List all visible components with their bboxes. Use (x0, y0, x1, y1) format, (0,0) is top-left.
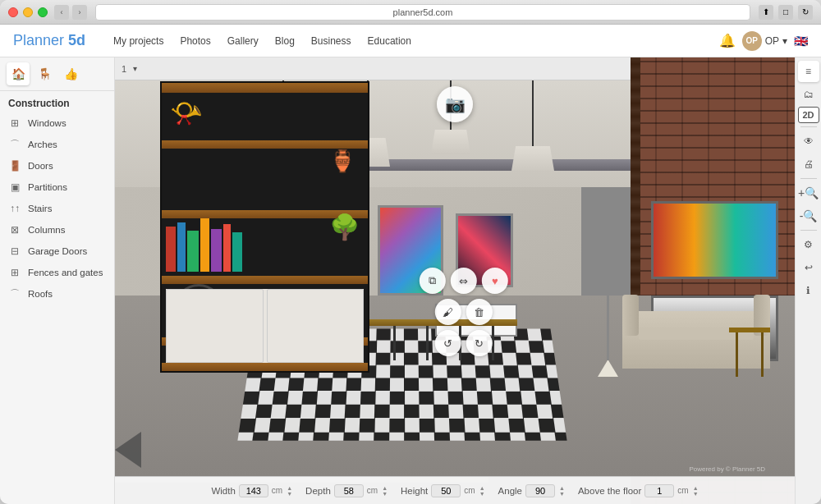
settings-button[interactable]: ⚙ (798, 234, 819, 255)
cabinet-door-1 (166, 289, 264, 363)
nav-education[interactable]: Education (360, 25, 420, 57)
nav-blog[interactable]: Blog (267, 25, 303, 57)
back-button[interactable]: ‹ (54, 5, 69, 20)
minimize-button[interactable] (23, 7, 33, 17)
sidebar-tab-home[interactable]: 🏠 (7, 62, 30, 85)
book-1 (166, 227, 176, 272)
favorite-button[interactable]: ♥ (482, 268, 508, 294)
menu-panel-button[interactable]: ≡ (798, 61, 819, 82)
url-bar[interactable]: planner5d.com (95, 4, 750, 21)
sidebar-item-fences[interactable]: ⊞ Fences and gates (0, 262, 114, 283)
height-input[interactable] (431, 484, 461, 497)
floor-stepper[interactable]: ▲ ▼ (693, 485, 699, 497)
forward-button[interactable]: › (72, 5, 87, 20)
sidebar-item-stairs[interactable]: ↑↑ Stairs (0, 198, 114, 219)
zoom-in-button[interactable]: +🔍 (798, 182, 819, 204)
garage-doors-icon: ⊟ (8, 245, 21, 258)
window-chrome: ‹ › planner5d.com ⬆ □ ↻ Planner 5d My pr… (0, 0, 821, 504)
controls-row-2: 🖌 🗑 (435, 299, 493, 325)
leg-2 (761, 332, 764, 377)
avatar: OP (742, 31, 762, 51)
sidebar-item-doors[interactable]: 🚪 Doors (0, 155, 114, 176)
rotate-right-button[interactable]: ↻ (466, 330, 493, 356)
flip-button[interactable]: ⇔ (451, 268, 477, 294)
width-stepper[interactable]: ▲ ▼ (287, 485, 292, 497)
sidebar-item-garage-doors[interactable]: ⊟ Garage Doors (0, 241, 114, 262)
print-button[interactable]: 🖨 (798, 153, 819, 175)
bookmark-icon[interactable]: □ (778, 5, 793, 20)
angle-stepper[interactable]: ▲ ▼ (559, 485, 565, 497)
sidebar-item-partitions[interactable]: ▣ Partitions (0, 176, 114, 198)
zoom-out-button[interactable]: -🔍 (798, 205, 819, 227)
shade-3 (431, 130, 470, 154)
ct-leg-1 (393, 326, 396, 360)
rotate-left-button[interactable]: ↺ (435, 330, 461, 356)
delete-button[interactable]: 🗑 (466, 299, 493, 325)
share-icon[interactable]: ⬆ (759, 5, 773, 20)
nav-gallery[interactable]: Gallery (219, 25, 267, 57)
back-arrow-button[interactable] (115, 432, 141, 468)
arches-icon: ⌒ (8, 138, 21, 151)
book-2 (177, 222, 186, 272)
app-bar-right: 🔔 OP OP ▾ 🇬🇧 (719, 31, 808, 51)
info-button[interactable]: ℹ (798, 280, 819, 301)
dim-floor-group: Above the floor cm ▲ ▼ (578, 484, 699, 497)
book-3 (187, 231, 199, 272)
url-text: planner5d.com (393, 7, 453, 17)
language-flag[interactable]: 🇬🇧 (794, 34, 808, 48)
share-button[interactable]: ↩ (798, 257, 819, 278)
nav-photos[interactable]: Photos (172, 25, 218, 57)
cabinet-doors (166, 289, 364, 363)
width-label: Width (211, 486, 235, 496)
floor-input[interactable] (644, 484, 674, 497)
fences-icon: ⊞ (8, 266, 21, 279)
table-legs (729, 332, 770, 377)
controls-row-3: ↺ ↻ (435, 330, 493, 356)
dim-width-group: Width cm ▲ ▼ (211, 484, 292, 497)
sidebar-item-roofs[interactable]: ⌒ Roofs (0, 283, 114, 305)
gramophone-decoration: 📯 (170, 98, 203, 129)
refresh-icon[interactable]: ↻ (798, 5, 813, 20)
sidebar-tab-furniture[interactable]: 🪑 (33, 62, 56, 85)
books-row (166, 218, 242, 272)
2d-view-button[interactable]: 2D (798, 107, 819, 123)
user-menu-button[interactable]: OP OP ▾ (742, 31, 787, 51)
book-7 (232, 232, 242, 272)
copy-button[interactable]: ⧉ (420, 268, 446, 294)
sidebar-tab-favorites[interactable]: 👍 (59, 62, 82, 85)
artwork-right-1 (651, 201, 778, 279)
user-dropdown-arrow: ▾ (782, 35, 787, 47)
roofs-icon: ⌒ (8, 287, 21, 300)
sidebar-item-windows[interactable]: ⊞ Windows (0, 112, 114, 134)
paint-button[interactable]: 🖌 (435, 299, 461, 325)
title-bar-right: ⬆ □ ↻ (759, 5, 813, 20)
separator-1 (800, 126, 817, 127)
shelf-1 (162, 140, 368, 149)
angle-input[interactable] (525, 484, 555, 497)
height-stepper[interactable]: ▲ ▼ (479, 485, 485, 497)
maximize-button[interactable] (38, 7, 48, 17)
nav-my-projects[interactable]: My projects (105, 25, 172, 57)
notifications-icon[interactable]: 🔔 (719, 33, 736, 48)
sidebar-item-arches[interactable]: ⌒ Arches (0, 134, 114, 155)
layers-button[interactable]: 🗂 (798, 84, 819, 105)
nav-business[interactable]: Business (303, 25, 360, 57)
screenshot-button[interactable]: 📷 (437, 86, 473, 122)
traffic-lights (8, 7, 48, 17)
angle-label: Angle (498, 486, 522, 496)
depth-input[interactable] (334, 484, 364, 497)
floor-lamp (598, 278, 618, 377)
viewport[interactable]: 1 ▾ (115, 57, 795, 504)
width-unit: cm (272, 486, 282, 495)
close-button[interactable] (8, 7, 18, 17)
depth-label: Depth (305, 486, 331, 496)
title-bar: ‹ › planner5d.com ⬆ □ ↻ (0, 0, 821, 25)
height-label: Height (401, 486, 428, 496)
stairs-icon: ↑↑ (8, 202, 21, 215)
depth-stepper[interactable]: ▲ ▼ (382, 485, 388, 497)
sidebar-item-columns[interactable]: ⊠ Columns (0, 219, 114, 241)
logo[interactable]: Planner 5d (13, 32, 85, 49)
view-button[interactable]: 👁 (798, 131, 819, 152)
right-panel: ≡ 🗂 2D 👁 🖨 +🔍 -🔍 ⚙ ↩ ℹ (795, 57, 821, 504)
width-input[interactable] (239, 484, 268, 497)
